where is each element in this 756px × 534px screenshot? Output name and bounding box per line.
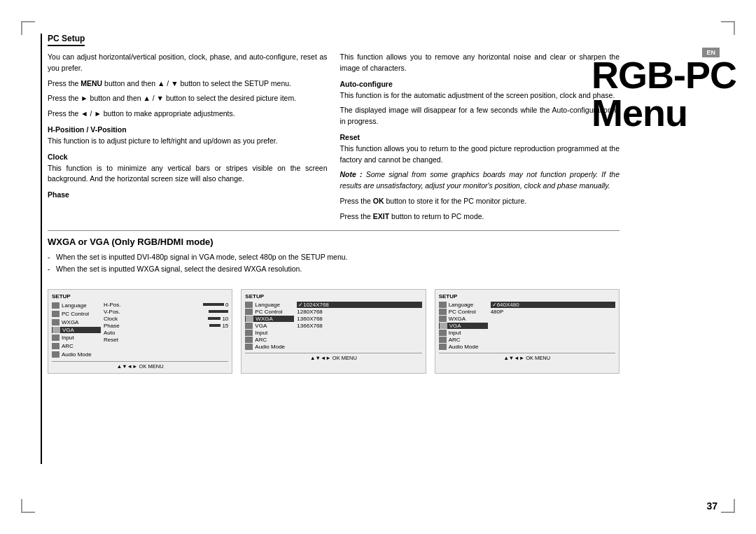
main-content: PC Setup You can adjust horizontal/verti… — [48, 34, 620, 496]
wxga-item-1: - When the set is inputted DVI-480p sign… — [48, 251, 620, 263]
osd2-res-1366: 1366X768 — [297, 323, 421, 329]
osd-screen-3: SETUP Language PC Control WXGA — [435, 289, 620, 374]
osd3-footer: ▲▼◄► OK MENU — [439, 353, 615, 361]
osd3-header: SETUP — [439, 293, 615, 300]
osd3-input: Input — [439, 330, 488, 336]
left-border — [41, 34, 42, 464]
osd1-audio-mode: Audio Mode — [52, 351, 101, 358]
phase-title: Phase — [48, 190, 328, 199]
osd1-vpos: V-Pos. — [104, 309, 228, 315]
osd-screen-2: SETUP Language PC Control WXGA — [241, 289, 426, 374]
clock-title: Clock — [48, 153, 328, 161]
corner-mark-bl — [21, 512, 35, 513]
osd2-wxga: WXGA — [245, 316, 294, 322]
osd1-footer: ▲▼◄► OK MENU — [52, 361, 228, 370]
osd-screen-1: SETUP Language PC Control WXGA — [48, 289, 232, 374]
right-column: This function allows you to remove any h… — [340, 52, 620, 226]
osd-screens-container: SETUP Language PC Control WXGA — [48, 289, 620, 374]
osd2-footer: ▲▼◄► OK MENU — [245, 353, 421, 361]
osd1-header: SETUP — [52, 293, 228, 300]
osd3-res-640: ✓640X480 — [491, 302, 615, 308]
osd2-menu: Language PC Control WXGA VGA — [245, 302, 294, 351]
osd3-wxga: WXGA — [439, 316, 488, 322]
osd1-arc: ARC — [52, 342, 101, 350]
page-number: 37 — [706, 500, 718, 512]
osd1-adjustments: H-Pos. 0 V-Pos. Clock — [104, 302, 228, 359]
h-position-title: H-Position / V-Position — [48, 125, 328, 134]
auto-configure-desc2: The displayed image will disappear for a… — [340, 105, 620, 127]
menu-instruction: Press the MENU button and then ▲ / ▼ but… — [48, 78, 328, 90]
osd1-auto: Auto — [104, 330, 228, 336]
ok-instruction: Press the OK button to store it for the … — [340, 196, 620, 207]
h-position-desc: This function is to adjust picture to le… — [48, 136, 328, 147]
osd3-audio-mode: Audio Mode — [439, 344, 488, 350]
osd1-clock: Clock 10 — [104, 316, 228, 322]
wxga-item-2: - When the set is inputted WXGA signal, … — [48, 263, 620, 275]
osd1-language: Language — [52, 302, 101, 309]
osd3-res-480p: 480P — [491, 309, 615, 315]
osd3-resolutions: ✓640X480 480P — [491, 302, 615, 351]
osd1-menu: Language PC Control WXGA VGA — [52, 302, 101, 359]
osd1-input: Input — [52, 334, 101, 342]
adjust-instruction: Press the ◄ / ► button to make appropria… — [48, 108, 328, 120]
intro-text: You can adjust horizontal/vertical posit… — [48, 52, 328, 74]
osd3-pc-control: PC Control — [439, 309, 488, 315]
auto-configure-title: Auto-configure — [340, 80, 620, 88]
reset-desc: This function allows you to return to th… — [340, 143, 620, 166]
reset-title: Reset — [340, 133, 620, 141]
osd2-pc-control: PC Control — [245, 309, 294, 315]
osd1-reset: Reset — [104, 337, 228, 343]
osd2-res-1024: ✓1024X768 — [297, 302, 421, 308]
corner-mark-tr-v — [734, 21, 735, 35]
osd1-wxga: WXGA — [52, 318, 101, 326]
osd2-res-1360: 1360X768 — [297, 316, 421, 322]
osd1-phase: Phase 15 — [104, 323, 228, 329]
osd2-language: Language — [245, 302, 294, 308]
wxga-list: - When the set is inputted DVI-480p sign… — [48, 251, 620, 275]
corner-mark-tl — [21, 21, 35, 22]
corner-mark-bl-v — [21, 499, 22, 513]
osd1-hpos: H-Pos. 0 — [104, 302, 228, 308]
osd1-pc-control: PC Control — [52, 310, 101, 318]
osd2-input: Input — [245, 330, 294, 336]
osd3-vga: VGA — [439, 323, 488, 329]
clock-desc: This function is to minimize any vertica… — [48, 163, 328, 185]
corner-mark-br — [721, 512, 735, 513]
osd1-vga: VGA — [52, 327, 101, 333]
corner-mark-tr — [721, 21, 735, 22]
corner-mark-tl-v — [21, 21, 22, 35]
osd3-menu: Language PC Control WXGA VGA — [439, 302, 488, 351]
wxga-title: WXGA or VGA (Only RGB/HDMI mode) — [48, 237, 620, 247]
noise-intro: This function allows you to remove any h… — [340, 52, 620, 74]
note-text: Note : Some signal from some graphics bo… — [340, 169, 620, 192]
corner-mark-br-v — [734, 499, 735, 513]
wxga-section: WXGA or VGA (Only RGB/HDMI mode) - When … — [48, 230, 620, 275]
left-column: You can adjust horizontal/vertical posit… — [48, 52, 328, 226]
select-instruction: Press the ► button and then ▲ / ▼ button… — [48, 93, 328, 104]
osd2-header: SETUP — [245, 293, 421, 300]
pc-setup-heading: PC Setup — [48, 34, 85, 46]
osd2-res-1280: 1280X768 — [297, 309, 421, 315]
osd2-vga: VGA — [245, 323, 294, 329]
osd3-arc: ARC — [439, 337, 488, 343]
auto-configure-desc: This function is for the automatic adjus… — [340, 90, 620, 101]
osd2-audio-mode: Audio Mode — [245, 344, 294, 350]
osd3-language: Language — [439, 302, 488, 308]
exit-instruction: Press the EXIT button to return to PC mo… — [340, 211, 620, 223]
osd2-resolutions: ✓1024X768 1280X768 1360X768 1366X768 — [297, 302, 421, 351]
osd2-arc: ARC — [245, 337, 294, 343]
